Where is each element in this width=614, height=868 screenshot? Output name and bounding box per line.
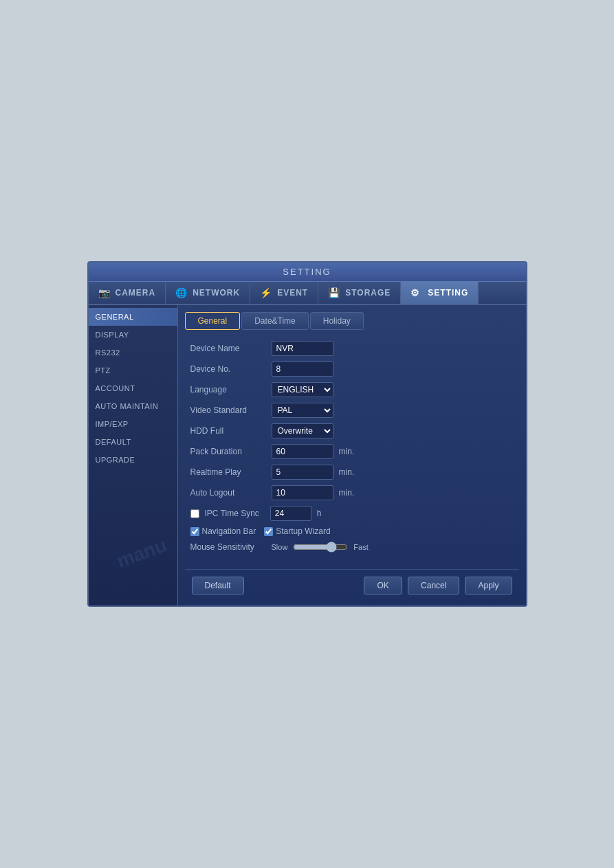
network-icon — [175, 287, 189, 298]
cancel-button[interactable]: Cancel — [408, 577, 459, 594]
tab-general[interactable]: General — [185, 312, 241, 330]
nav-tab-storage-label: STORAGE — [345, 288, 391, 298]
auto-logout-suffix: min. — [339, 488, 355, 498]
sidebar-item-ptz[interactable]: PTZ — [89, 361, 177, 379]
camera-icon — [98, 287, 112, 298]
sidebar-item-default[interactable]: DEFAULT — [89, 433, 177, 451]
sidebar-item-upgrade[interactable]: UPGRADE — [89, 451, 177, 469]
language-label: Language — [190, 385, 266, 394]
realtime-play-input[interactable] — [272, 465, 333, 480]
top-navigation: CAMERA NETWORK EVENT STORAGE SETTING — [89, 282, 526, 305]
nav-tab-storage[interactable]: STORAGE — [318, 282, 401, 304]
nav-tab-camera[interactable]: CAMERA — [89, 282, 166, 304]
ipc-time-sync-checkbox[interactable] — [190, 509, 199, 518]
realtime-play-row: Realtime Play min. — [190, 465, 514, 480]
slow-label: Slow — [272, 543, 288, 551]
main-content: GENERAL DISPLAY RS232 PTZ ACCOUNT AUTO M… — [89, 305, 526, 605]
language-select[interactable]: ENGLISH CHINESE FRENCH — [272, 382, 333, 397]
ok-button[interactable]: OK — [364, 577, 402, 594]
ipc-time-sync-suffix: h — [317, 509, 322, 518]
nav-tab-setting[interactable]: SETTING — [401, 282, 479, 304]
content-area: General Date&Time Holiday Device Name De… — [178, 305, 526, 605]
sensitivity-slider-container — [293, 542, 348, 553]
video-standard-select[interactable]: PAL NTSC — [272, 403, 333, 418]
mouse-sensitivity-label: Mouse Sensitivity — [190, 542, 266, 552]
auto-logout-label: Auto Logout — [190, 488, 266, 498]
ipc-time-sync-row: IPC Time Sync h — [190, 506, 514, 521]
realtime-play-suffix: min. — [339, 467, 355, 477]
sidebar-item-auto-maintain[interactable]: AUTO MAINTAIN — [89, 397, 177, 415]
pack-duration-label: Pack Duration — [190, 447, 266, 456]
ipc-time-sync-label: IPC Time Sync — [205, 509, 259, 518]
checkboxes-row: Navigation Bar Startup Wizard — [190, 526, 514, 536]
device-name-row: Device Name — [190, 341, 514, 356]
device-no-label: Device No. — [190, 364, 266, 374]
startup-wizard-label[interactable]: Startup Wizard — [264, 526, 330, 536]
startup-wizard-checkbox[interactable] — [264, 527, 273, 536]
pack-duration-suffix: min. — [339, 447, 355, 456]
ipc-time-sync-input[interactable] — [270, 506, 311, 521]
nav-tab-camera-label: CAMERA — [116, 288, 156, 298]
pack-duration-row: Pack Duration min. — [190, 444, 514, 459]
default-button[interactable]: Default — [192, 577, 244, 594]
nav-tab-network[interactable]: NETWORK — [166, 282, 250, 304]
video-standard-label: Video Standard — [190, 405, 266, 415]
pack-duration-input[interactable] — [272, 444, 333, 459]
tab-bar: General Date&Time Holiday — [185, 312, 519, 330]
hdd-full-label: HDD Full — [190, 426, 266, 436]
setting-icon — [410, 287, 424, 298]
settings-form: Device Name Device No. Language ENGLISH … — [185, 338, 519, 555]
nav-tab-event[interactable]: EVENT — [250, 282, 318, 304]
sidebar-item-account[interactable]: ACCOUNT — [89, 379, 177, 397]
nav-tab-event-label: EVENT — [277, 288, 308, 298]
hdd-full-row: HDD Full Overwrite Stop Recording — [190, 423, 514, 438]
sidebar-item-general[interactable]: GENERAL — [89, 308, 177, 326]
language-row: Language ENGLISH CHINESE FRENCH — [190, 382, 514, 397]
sidebar: GENERAL DISPLAY RS232 PTZ ACCOUNT AUTO M… — [89, 305, 178, 605]
bottom-bar: Default OK Cancel Apply — [185, 569, 519, 599]
nav-tab-setting-label: SETTING — [428, 288, 468, 298]
sidebar-item-rs232[interactable]: RS232 — [89, 344, 177, 361]
action-buttons: OK Cancel Apply — [364, 577, 512, 594]
auto-logout-row: Auto Logout min. — [190, 485, 514, 500]
nav-tab-network-label: NETWORK — [193, 288, 240, 298]
sidebar-item-imp-exp[interactable]: IMP/EXP — [89, 415, 177, 433]
storage-icon — [328, 287, 342, 298]
mouse-sensitivity-row: Mouse Sensitivity Slow Fast — [190, 542, 514, 553]
video-standard-row: Video Standard PAL NTSC — [190, 403, 514, 418]
tab-datetime[interactable]: Date&Time — [241, 312, 309, 330]
window-title: SETTING — [89, 263, 526, 282]
auto-logout-input[interactable] — [272, 485, 333, 500]
device-name-label: Device Name — [190, 344, 266, 353]
apply-button[interactable]: Apply — [465, 577, 512, 594]
realtime-play-label: Realtime Play — [190, 467, 266, 477]
event-icon — [260, 287, 274, 298]
navigation-bar-checkbox[interactable] — [190, 527, 199, 536]
navigation-bar-label[interactable]: Navigation Bar — [190, 526, 256, 536]
mouse-sensitivity-slider[interactable] — [293, 542, 348, 553]
settings-window: SETTING CAMERA NETWORK EVENT STORAGE SET… — [87, 261, 527, 607]
tab-holiday[interactable]: Holiday — [310, 312, 364, 330]
fast-label: Fast — [353, 543, 368, 551]
sidebar-item-display[interactable]: DISPLAY — [89, 326, 177, 344]
hdd-full-select[interactable]: Overwrite Stop Recording — [272, 423, 333, 438]
device-no-input[interactable] — [272, 361, 333, 377]
device-no-row: Device No. — [190, 361, 514, 377]
device-name-input[interactable] — [272, 341, 333, 356]
title-text: SETTING — [283, 267, 331, 277]
